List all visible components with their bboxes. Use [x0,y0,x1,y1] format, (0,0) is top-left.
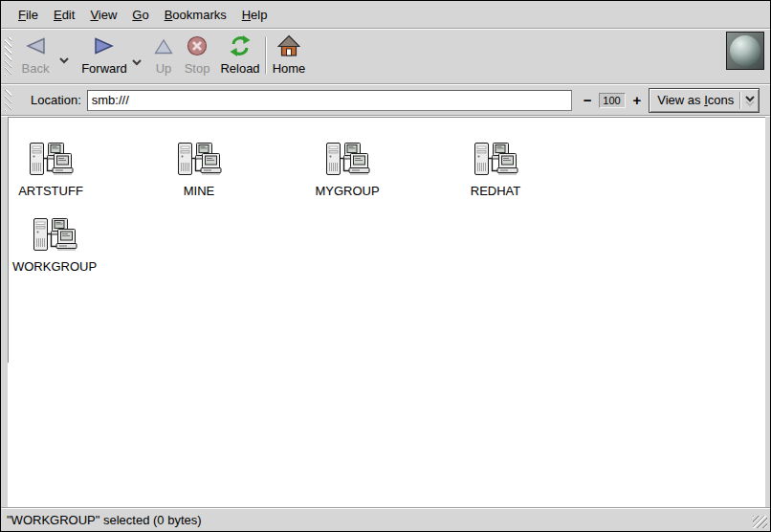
toolbar-separator [265,37,267,74]
toolbar-grip[interactable] [5,37,11,76]
file-manager-window: File Edit View Go Bookmarks Help Back Fo… [0,0,771,532]
status-text: "WORKGROUP" selected (0 bytes) [7,513,202,527]
stop-icon [187,33,208,58]
location-input[interactable] [87,90,572,111]
workgroup-icon [28,142,74,182]
workgroup-icon [473,142,518,182]
icon-view[interactable]: ARTSTUFF MINE MYGROUP REDHAT WORKGROUP [8,117,765,507]
zoom-in-button[interactable]: + [633,96,642,105]
menu-view[interactable]: View [82,3,124,27]
menu-file[interactable]: File [11,3,46,27]
combo-arrow-icon [741,94,759,107]
menu-bar: File Edit View Go Bookmarks Help [1,1,770,28]
share-item-redhat[interactable]: REDHAT [448,142,543,198]
menu-go[interactable]: Go [124,3,156,27]
zoom-out-button[interactable]: − [584,96,592,105]
icon-label: ARTSTUFF [18,184,83,198]
home-icon [277,33,300,58]
forward-button[interactable]: Forward [77,33,131,76]
workgroup-icon [176,142,222,182]
icon-label: WORKGROUP [12,259,97,274]
location-label: Location: [31,93,81,107]
back-dropdown-icon[interactable] [58,51,70,68]
throbber-globe-icon [726,32,764,70]
up-icon [154,33,173,58]
share-item-mine[interactable]: MINE [151,142,247,198]
stop-button[interactable]: Stop [177,33,217,76]
share-item-workgroup[interactable]: WORKGROUP [8,217,102,274]
home-button[interactable]: Home [271,33,307,76]
status-bar: "WORKGROUP" selected (0 bytes) [1,507,770,531]
menu-help[interactable]: Help [234,3,275,27]
view-as-dropdown[interactable]: View as Icons [649,88,760,113]
menu-bookmarks[interactable]: Bookmarks [157,3,234,27]
location-bar: Location: − 100 + View as Icons [1,85,770,115]
zoom-level-indicator: 100 [599,93,626,108]
up-button[interactable]: Up [146,33,181,76]
menu-edit[interactable]: Edit [46,3,82,27]
workgroup-icon [32,217,77,257]
workgroup-icon [324,142,370,182]
icon-label: REDHAT [471,184,520,198]
share-item-artstuff[interactable]: ARTSTUFF [8,142,99,198]
share-item-mygroup[interactable]: MYGROUP [299,142,395,198]
icon-label: MYGROUP [315,184,379,198]
toolbar: Back Forward Up Stop [1,30,770,83]
resize-grip[interactable] [753,516,767,528]
forward-dropdown-icon[interactable] [131,53,143,70]
reload-button[interactable]: Reload [213,33,267,76]
globe-sphere [730,35,760,66]
forward-icon [94,33,115,58]
reload-icon [229,33,252,58]
back-button[interactable]: Back [12,33,58,76]
icon-label: MINE [184,184,215,198]
locationbar-grip[interactable] [5,90,11,111]
view-as-label: View as Icons [650,93,739,107]
back-icon [25,33,46,58]
